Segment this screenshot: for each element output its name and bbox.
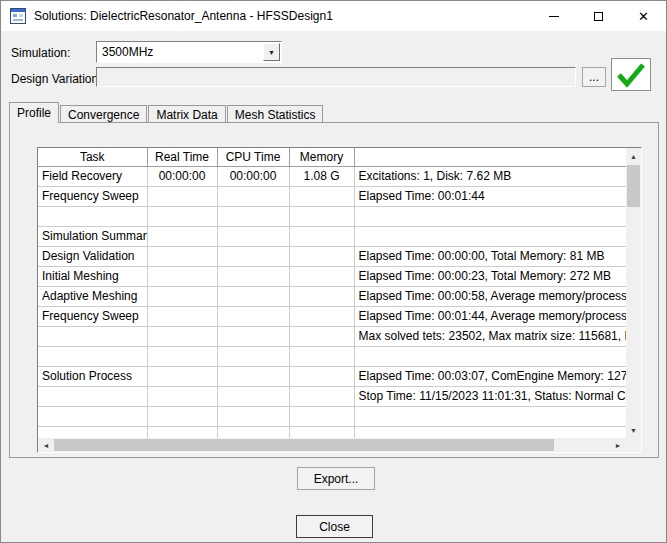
table-row: Simulation Summary: [38, 226, 626, 246]
table-cell: [289, 386, 354, 406]
dropdown-arrow-icon[interactable]: ▼: [263, 43, 280, 61]
table-row: Frequency SweepElapsed Time: 00:01:44: [38, 186, 626, 206]
browse-button[interactable]: ...: [582, 67, 606, 87]
tab-profile[interactable]: Profile: [9, 102, 59, 123]
table-cell: [147, 286, 217, 306]
table-cell: 00:00:00: [217, 166, 289, 186]
table-header-row: Task Real Time CPU Time Memory: [38, 148, 626, 166]
table-cell: [289, 306, 354, 326]
table-row: [38, 346, 626, 366]
tab-matrix-data[interactable]: Matrix Data: [148, 105, 225, 123]
table-cell: [147, 426, 217, 438]
table-cell: [217, 326, 289, 346]
horizontal-scroll-thumb[interactable]: [54, 439, 554, 451]
scroll-down-button[interactable]: ▼: [626, 422, 641, 438]
table-cell: [147, 186, 217, 206]
table-cell: [217, 286, 289, 306]
table-cell: [289, 186, 354, 206]
table-cell: [147, 266, 217, 286]
table-cell: [147, 366, 217, 386]
table-cell: [38, 346, 147, 366]
simulation-select[interactable]: 3500MHz ▼: [96, 41, 282, 63]
table-row: [38, 206, 626, 226]
table-cell: 1.08 G: [289, 166, 354, 186]
table-cell: [289, 346, 354, 366]
table-cell: [289, 206, 354, 226]
table-cell: Max solved tets: 23502, Max matrix size:…: [354, 326, 626, 346]
table-cell: [147, 406, 217, 426]
table-cell: [147, 226, 217, 246]
table-cell: [38, 326, 147, 346]
table-cell: Field Recovery: [38, 166, 147, 186]
table-row: [38, 426, 626, 438]
table-row: Frequency SweepElapsed Time: 00:01:44, A…: [38, 306, 626, 326]
table-cell: [217, 386, 289, 406]
table-cell: [147, 386, 217, 406]
close-dialog-button[interactable]: Close: [296, 515, 373, 538]
minimize-icon: [549, 16, 559, 17]
table-cell: [217, 266, 289, 286]
table-cell: [217, 366, 289, 386]
table-cell: Frequency Sweep: [38, 306, 147, 326]
tab-mesh-statistics[interactable]: Mesh Statistics: [227, 105, 324, 123]
scroll-down-icon: ▼: [630, 427, 637, 434]
col-header-memory: Memory: [289, 148, 354, 166]
table-cell: [289, 226, 354, 246]
col-header-real-time: Real Time: [147, 148, 217, 166]
apply-check-button[interactable]: [611, 58, 651, 91]
solutions-dialog: Solutions: DielectricResonator_Antenna -…: [0, 0, 667, 543]
scroll-right-icon: ►: [615, 442, 622, 449]
close-icon: ✕: [638, 10, 649, 23]
scroll-left-button[interactable]: ◄: [38, 438, 54, 452]
table-row: Initial MeshingElapsed Time: 00:00:23, T…: [38, 266, 626, 286]
scroll-right-button[interactable]: ►: [610, 438, 626, 452]
profile-grid-content: Task Real Time CPU Time Memory Field Rec…: [38, 148, 626, 438]
maximize-button[interactable]: [576, 1, 621, 31]
table-cell: [354, 226, 626, 246]
window-title: Solutions: DielectricResonator_Antenna -…: [34, 9, 333, 23]
table-row: Field Recovery00:00:0000:00:001.08 GExci…: [38, 166, 626, 186]
table-cell: [38, 206, 147, 226]
table-cell: [217, 426, 289, 438]
table-cell: Initial Meshing: [38, 266, 147, 286]
table-cell: [289, 326, 354, 346]
horizontal-scrollbar[interactable]: ◄ ►: [38, 438, 626, 452]
table-cell: [217, 246, 289, 266]
table-cell: [217, 206, 289, 226]
table-row: Solution ProcessElapsed Time: 00:03:07, …: [38, 366, 626, 386]
title-bar: Solutions: DielectricResonator_Antenna -…: [1, 1, 666, 31]
table-cell: Stop Time: 11/15/2023 11:01:31, Status: …: [354, 386, 626, 406]
solutions-dialog-icon[interactable]: [10, 8, 26, 24]
simulation-label: Simulation:: [11, 46, 70, 60]
table-row: [38, 406, 626, 426]
minimize-button[interactable]: [531, 1, 576, 31]
table-cell: [354, 206, 626, 226]
close-button[interactable]: ✕: [621, 1, 666, 31]
table-cell: [147, 206, 217, 226]
table-cell: [289, 366, 354, 386]
scroll-left-icon: ◄: [43, 442, 50, 449]
vertical-scroll-thumb[interactable]: [627, 165, 640, 207]
table-cell: 00:00:00: [147, 166, 217, 186]
vertical-scrollbar[interactable]: ▲ ▼: [626, 148, 641, 438]
scroll-up-button[interactable]: ▲: [626, 148, 641, 164]
table-row: Design ValidationElapsed Time: 00:00:00,…: [38, 246, 626, 266]
table-cell: [147, 326, 217, 346]
table-cell: [38, 426, 147, 438]
table-row: Max solved tets: 23502, Max matrix size:…: [38, 326, 626, 346]
table-cell: [354, 406, 626, 426]
table-cell: Solution Process: [38, 366, 147, 386]
scrollbar-corner: [626, 438, 641, 452]
table-cell: [217, 346, 289, 366]
scroll-up-icon: ▲: [630, 153, 637, 160]
table-cell: Frequency Sweep: [38, 186, 147, 206]
table-cell: [289, 406, 354, 426]
table-cell: Adaptive Meshing: [38, 286, 147, 306]
tab-bar: Profile Convergence Matrix Data Mesh Sta…: [9, 102, 324, 123]
tab-convergence[interactable]: Convergence: [60, 105, 147, 123]
table-cell: Elapsed Time: 00:00:58, Average memory/p…: [354, 286, 626, 306]
simulation-selected-value: 3500MHz: [97, 45, 262, 59]
table-cell: Excitations: 1, Disk: 7.62 MB: [354, 166, 626, 186]
export-button[interactable]: Export...: [297, 467, 375, 490]
table-cell: [217, 186, 289, 206]
